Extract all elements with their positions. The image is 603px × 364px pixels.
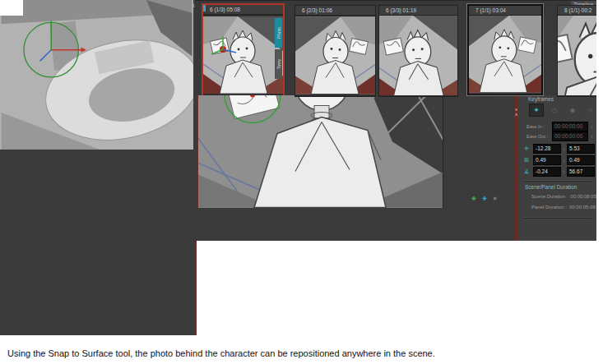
panel-duration-row: Panel Duration : 00:00:05:08	[531, 205, 596, 210]
panel-2-header: 6 (2/3) 01:06	[295, 6, 375, 16]
keyframes-section-label: Keyframes	[528, 96, 554, 102]
storyboard-pro-window: { "colors":{"accent_teal":"#1e8b9e","sel…	[0, 0, 603, 364]
ease-out-spinner[interactable]: ↕	[591, 134, 593, 139]
panel-4-artwork	[469, 16, 541, 94]
position-x-field[interactable]: -12.28	[533, 144, 561, 154]
angle-field[interactable]: 56.67	[567, 167, 595, 177]
scene-duration-label: Scene Duration :	[531, 194, 568, 204]
scale-values-row: ⊞ 0.49 ↕ 0.49 ↕	[524, 155, 599, 165]
position-y-field[interactable]: 5.53	[567, 144, 595, 154]
ease-out-label: Ease Out :	[526, 134, 550, 139]
add-vector-layer-icon[interactable]: ✚	[482, 196, 487, 202]
scale-x-field[interactable]: 0.49	[533, 155, 561, 165]
add-keyframe-icon[interactable]: ◇	[547, 104, 562, 117]
timeline-panel-thumbnail-2[interactable]: 6 (2/3) 01:06	[295, 5, 376, 97]
rotation-spinner[interactable]: ↕	[563, 169, 565, 174]
panel-layer-tab-photo[interactable]: Photo	[275, 18, 282, 48]
divider	[523, 180, 591, 182]
duration-section-label: Scene/Panel Duration	[525, 184, 577, 190]
panel-marker-icon	[203, 5, 206, 12]
position-icon: ✛	[524, 145, 531, 152]
top-view-artwork	[0, 0, 193, 150]
ease-in-label: Ease In :	[526, 124, 550, 129]
keyframes-tools: ✦ ◇ ◈ ○	[529, 104, 598, 117]
layers-footer-toolbar: ✚ ✚ ✕	[471, 196, 498, 202]
scene-duration-row: Scene Duration : 00:00:08:05	[531, 194, 596, 204]
ease-in-field[interactable]: 00:00:00:00	[552, 122, 588, 131]
delete-layer-icon[interactable]: ✕	[493, 196, 498, 202]
ease-out-row: Ease Out : 00:00:00:00 ↕	[526, 131, 593, 141]
position-values-row: ✛ -12.28 ↕ 5.53 ↕	[524, 144, 599, 154]
panel-layer-tab-photo-label: Photo	[275, 18, 282, 48]
timeline-panel: Timeline 6 (1/3) 05:08 Photo Terry 6 (2/…	[195, 0, 603, 95]
panel-3-artwork	[379, 16, 457, 95]
rotation-icon: ∡	[524, 168, 531, 175]
timeline-panel-thumbnail-1[interactable]: 6 (1/3) 05:08 Photo Terry	[202, 3, 285, 95]
window-corner-blank	[0, 0, 23, 16]
ease-out-field[interactable]: 00:00:00:00	[552, 131, 588, 141]
panel-1-header: 6 (1/3) 05:08	[203, 5, 283, 15]
panel-1-artwork	[203, 15, 283, 95]
panel-duration-value: 00:00:05:08	[569, 205, 596, 210]
rotation-values-row: ∡ -0.24 ↕ 56.67 ↕	[524, 167, 599, 177]
timeline-panel-thumbnail-4[interactable]: 7 (1/1) 03:04	[467, 4, 543, 95]
caption-text: Using the Snap to Surface tool, the phot…	[7, 348, 435, 358]
left-view-column: Stage View + ×	[0, 0, 197, 335]
panel-2-artwork	[295, 16, 375, 95]
scene-duration-value: 00:00:08:05	[570, 194, 596, 204]
panel-4-header: 7 (1/1) 03:04	[469, 6, 541, 16]
panel-3-header: 6 (3/3) 01:19	[379, 6, 457, 16]
delete-keyframe-icon[interactable]: ◈	[565, 104, 580, 117]
panel-layer-tab-terry[interactable]: Terry	[275, 49, 282, 79]
rotation-field[interactable]: -0.24	[533, 167, 561, 177]
show-keyframes-icon[interactable]: ✦	[529, 104, 544, 117]
add-layer-icon[interactable]: ✚	[471, 196, 476, 202]
top-view-canvas[interactable]	[0, 0, 193, 150]
scale-icon: ⊞	[524, 157, 531, 164]
timeline-panel-thumbnail-3[interactable]: 6 (3/3) 01:19	[378, 5, 458, 97]
panel-duration-label: Panel Duration :	[531, 205, 567, 210]
window-edge-blank	[596, 0, 603, 241]
panel-layer-tab-terry-label: Terry	[275, 49, 282, 79]
ease-in-spinner[interactable]: ↕	[591, 124, 593, 129]
ease-in-row: Ease In : 00:00:00:00 ↕	[526, 122, 593, 131]
position-spinner[interactable]: ↕	[563, 146, 565, 151]
scale-spinner[interactable]: ↕	[563, 158, 565, 163]
divider	[523, 217, 591, 219]
scale-y-field[interactable]: 0.49	[567, 155, 595, 165]
